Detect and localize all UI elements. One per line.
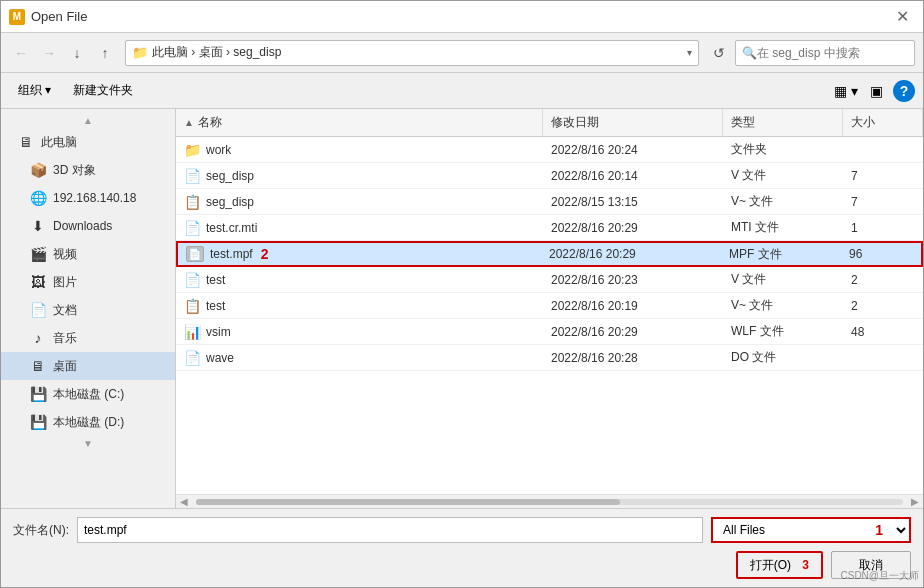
search-icon: 🔍 bbox=[742, 46, 757, 60]
local-d-icon: 💾 bbox=[29, 413, 47, 431]
file-name: test bbox=[206, 299, 225, 313]
file-name: test bbox=[206, 273, 225, 287]
back-button[interactable]: ← bbox=[9, 41, 33, 65]
filetype-select[interactable]: All Files bbox=[711, 517, 911, 543]
view-mode-button[interactable]: ▦ ▾ bbox=[833, 78, 859, 104]
open-button[interactable]: 打开(O) 3 bbox=[736, 551, 823, 579]
file-modified-cell: 2022/8/15 13:15 bbox=[543, 189, 723, 214]
sidebar-item-desktop[interactable]: 🖥 桌面 bbox=[1, 352, 175, 380]
title-bar-left: M Open File bbox=[9, 9, 87, 25]
table-row[interactable]: 📊 vsim 2022/8/16 20:29 WLF 文件 48 bbox=[176, 319, 923, 345]
file-size-cell: 2 bbox=[843, 267, 923, 292]
sidebar-item-this-pc[interactable]: 🖥 此电脑 bbox=[1, 128, 175, 156]
forward-button[interactable]: → bbox=[37, 41, 61, 65]
file-modified-cell: 2022/8/16 20:14 bbox=[543, 163, 723, 188]
new-folder-button[interactable]: 新建文件夹 bbox=[64, 78, 142, 104]
header-modified[interactable]: 修改日期 bbox=[543, 109, 723, 136]
help-button[interactable]: ? bbox=[893, 80, 915, 102]
sidebar-item-label: 本地磁盘 (D:) bbox=[53, 414, 124, 431]
sidebar-item-downloads[interactable]: ⬇ Downloads bbox=[1, 212, 175, 240]
file-name-cell: 📄 wave bbox=[176, 345, 543, 370]
file-icon: 📋 bbox=[184, 194, 200, 210]
header-type[interactable]: 类型 bbox=[723, 109, 843, 136]
dialog-title: Open File bbox=[31, 9, 87, 24]
folder-icon: 📁 bbox=[184, 142, 200, 158]
filename-input[interactable] bbox=[77, 517, 703, 543]
local-c-icon: 💾 bbox=[29, 385, 47, 403]
sidebar-item-label: 视频 bbox=[53, 246, 77, 263]
refresh-button[interactable]: ↺ bbox=[707, 41, 731, 65]
sidebar-item-label: 3D 对象 bbox=[53, 162, 96, 179]
main-content: ▲ 🖥 此电脑 📦 3D 对象 🌐 192.168.140.18 ⬇ Downl… bbox=[1, 109, 923, 508]
table-row[interactable]: 📋 seg_disp 2022/8/15 13:15 V~ 文件 7 bbox=[176, 189, 923, 215]
file-name-cell: 📄 test.cr.mti bbox=[176, 215, 543, 240]
file-icon: 📄 bbox=[186, 246, 204, 262]
header-name[interactable]: ▲ 名称 bbox=[176, 109, 543, 136]
table-row[interactable]: 📄 test.cr.mti 2022/8/16 20:29 MTI 文件 1 bbox=[176, 215, 923, 241]
table-row[interactable]: 📁 work 2022/8/16 20:24 文件夹 bbox=[176, 137, 923, 163]
file-icon: 📄 bbox=[184, 168, 200, 184]
file-type-cell: MTI 文件 bbox=[723, 215, 843, 240]
table-row[interactable]: 📄 test 2022/8/16 20:23 V 文件 2 bbox=[176, 267, 923, 293]
sidebar-item-music[interactable]: ♪ 音乐 bbox=[1, 324, 175, 352]
file-name: seg_disp bbox=[206, 169, 254, 183]
file-name-cell: 📄 seg_disp bbox=[176, 163, 543, 188]
file-icon: 📄 bbox=[184, 350, 200, 366]
file-type-cell: WLF 文件 bbox=[723, 319, 843, 344]
file-icon: 📄 bbox=[184, 272, 200, 288]
sidebar-item-videos[interactable]: 🎬 视频 bbox=[1, 240, 175, 268]
documents-icon: 📄 bbox=[29, 301, 47, 319]
sidebar-item-network[interactable]: 🌐 192.168.140.18 bbox=[1, 184, 175, 212]
down-button[interactable]: ↓ bbox=[65, 41, 89, 65]
file-list: 📁 work 2022/8/16 20:24 文件夹 📄 seg_disp 20… bbox=[176, 137, 923, 494]
sidebar-item-documents[interactable]: 📄 文档 bbox=[1, 296, 175, 324]
file-size-cell: 7 bbox=[843, 163, 923, 188]
action-bar-right: ▦ ▾ ▣ ? bbox=[833, 78, 915, 104]
file-name: seg_disp bbox=[206, 195, 254, 209]
address-path: 此电脑 › 桌面 › seg_disp bbox=[152, 44, 281, 61]
sidebar-item-label: 192.168.140.18 bbox=[53, 191, 136, 205]
3d-objects-icon: 📦 bbox=[29, 161, 47, 179]
table-row[interactable]: 📋 test 2022/8/16 20:19 V~ 文件 2 bbox=[176, 293, 923, 319]
table-row[interactable]: 📄 wave 2022/8/16 20:28 DO 文件 bbox=[176, 345, 923, 371]
file-area: ▲ 名称 修改日期 类型 大小 📁 work 2022/8/16 20:24 文… bbox=[176, 109, 923, 508]
file-modified-cell: 2022/8/16 20:29 bbox=[543, 215, 723, 240]
table-row[interactable]: 📄 test.mpf 2 2022/8/16 20:29 MPF 文件 96 bbox=[176, 241, 923, 267]
scroll-left-icon: ◀ bbox=[176, 496, 192, 507]
search-input[interactable] bbox=[757, 46, 908, 60]
table-row[interactable]: 📄 seg_disp 2022/8/16 20:14 V 文件 7 bbox=[176, 163, 923, 189]
action-bar: 组织 ▾ 新建文件夹 ▦ ▾ ▣ ? bbox=[1, 73, 923, 109]
split-view-button[interactable]: ▣ bbox=[863, 78, 889, 104]
watermark: CSDN@旦一大师 bbox=[841, 569, 920, 583]
button-row: 打开(O) 3 取消 bbox=[13, 551, 911, 579]
file-name-cell: 📋 seg_disp bbox=[176, 189, 543, 214]
bottom-bar: 文件名(N): All Files 1 打开(O) 3 取消 bbox=[1, 508, 923, 587]
file-modified-cell: 2022/8/16 20:29 bbox=[541, 243, 721, 265]
file-icon: 📄 bbox=[184, 220, 200, 236]
header-size[interactable]: 大小 bbox=[843, 109, 923, 136]
downloads-icon: ⬇ bbox=[29, 217, 47, 235]
sidebar-item-3d-objects[interactable]: 📦 3D 对象 bbox=[1, 156, 175, 184]
sidebar-item-local-d[interactable]: 💾 本地磁盘 (D:) bbox=[1, 408, 175, 436]
videos-icon: 🎬 bbox=[29, 245, 47, 263]
sidebar-item-local-c[interactable]: 💾 本地磁盘 (C:) bbox=[1, 380, 175, 408]
file-modified-cell: 2022/8/16 20:19 bbox=[543, 293, 723, 318]
close-button[interactable]: ✕ bbox=[890, 5, 915, 28]
up-button[interactable]: ↑ bbox=[93, 41, 117, 65]
navigation-toolbar: ← → ↓ ↑ 📁 此电脑 › 桌面 › seg_disp ▾ ↺ 🔍 bbox=[1, 33, 923, 73]
file-type-cell: V 文件 bbox=[723, 163, 843, 188]
file-name: wave bbox=[206, 351, 234, 365]
filename-label: 文件名(N): bbox=[13, 522, 69, 539]
open-num-badge: 3 bbox=[802, 558, 809, 572]
sidebar-item-label: 音乐 bbox=[53, 330, 77, 347]
file-name: test.cr.mti bbox=[206, 221, 257, 235]
this-pc-icon: 🖥 bbox=[17, 133, 35, 151]
sidebar-item-pictures[interactable]: 🖼 图片 bbox=[1, 268, 175, 296]
organize-button[interactable]: 组织 ▾ bbox=[9, 78, 60, 104]
selected-num-badge: 2 bbox=[261, 246, 269, 262]
horizontal-scrollbar[interactable]: ◀ ▶ bbox=[176, 494, 923, 508]
address-bar[interactable]: 📁 此电脑 › 桌面 › seg_disp ▾ bbox=[125, 40, 699, 66]
search-bar[interactable]: 🔍 bbox=[735, 40, 915, 66]
sidebar-item-label: 本地磁盘 (C:) bbox=[53, 386, 124, 403]
header-name-label: 名称 bbox=[198, 114, 222, 131]
